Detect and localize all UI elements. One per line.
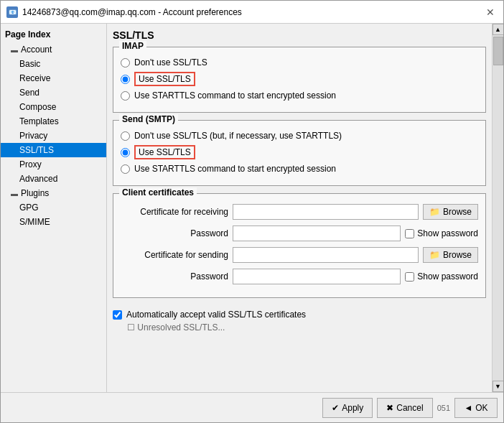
sidebar-item-templates[interactable]: Templates	[1, 114, 106, 129]
imap-use-ssl-radio[interactable]	[121, 75, 130, 84]
imap-group-content: Don't use SSL/TLS Use SSL/TLS Use STARTT…	[113, 47, 485, 112]
imap-group-title: IMAP	[119, 41, 146, 51]
sidebar-header: Page Index	[1, 27, 106, 42]
cert-receiving-row: Certificate for receiving 📁 Browse	[121, 204, 478, 220]
client-certs-title: Client certificates	[119, 187, 197, 197]
imap-starttls-radio[interactable]	[121, 91, 130, 101]
cert-sending-password-row: Password Show password	[121, 269, 478, 284]
smtp-group-title: Send (SMTP)	[119, 114, 178, 124]
sidebar-section-account[interactable]: ▬ Account	[1, 42, 106, 57]
ok-icon: ◄	[464, 403, 472, 413]
cert-receiving-label: Certificate for receiving	[121, 207, 228, 217]
sidebar-section-plugins[interactable]: ▬ Plugins	[1, 186, 106, 200]
sidebar-item-receive[interactable]: Receive	[1, 71, 106, 85]
imap-no-ssl-radio[interactable]	[121, 58, 130, 68]
title-bar: 📧 14246873@qq.com@imap.qq.com - Account …	[1, 1, 503, 24]
folder-icon-2: 📁	[429, 250, 440, 260]
main-window: 📧 14246873@qq.com@imap.qq.com - Account …	[0, 0, 504, 423]
scroll-thumb[interactable]	[493, 37, 503, 65]
imap-use-ssl-option: Use SSL/TLS	[121, 72, 478, 86]
imap-no-ssl-label: Don't use SSL/TLS	[134, 57, 207, 68]
scrollbar: ▲ ▼	[492, 24, 503, 392]
content-with-scroll: SSL/TLS IMAP Don't use SSL/TLS Use SSL/T…	[107, 24, 503, 392]
cancel-icon: ✖	[386, 403, 393, 413]
close-button[interactable]: ✕	[483, 5, 498, 19]
cert-sending-label: Certificate for sending	[121, 250, 228, 260]
cert-receiving-input[interactable]	[233, 204, 419, 220]
sidebar-item-advanced[interactable]: Advanced	[1, 172, 106, 186]
auto-accept-row: Automatically accept valid SSL/TLS certi…	[113, 305, 486, 321]
smtp-starttls-radio[interactable]	[121, 164, 130, 174]
sidebar-item-proxy[interactable]: Proxy	[1, 157, 106, 172]
smtp-no-ssl-label: Don't use SSL/TLS (but, if necessary, us…	[134, 131, 342, 141]
auto-accept-label: Automatically accept valid SSL/TLS certi…	[126, 310, 306, 320]
apply-button[interactable]: ✔ Apply	[322, 398, 373, 418]
smtp-group: Send (SMTP) Don't use SSL/TLS (but, if n…	[113, 120, 486, 186]
scroll-down-btn[interactable]: ▼	[493, 381, 504, 392]
show-password-2-label: Show password	[417, 271, 478, 282]
smtp-no-ssl-option: Don't use SSL/TLS (but, if necessary, us…	[121, 131, 478, 141]
cert-sending-password-input[interactable]	[233, 269, 401, 284]
cert-sending-browse-btn[interactable]: 📁 Browse	[423, 247, 478, 263]
apply-icon: ✔	[332, 403, 339, 413]
sidebar-section-plugins-label: Plugins	[21, 188, 49, 198]
browse-label-1: Browse	[443, 207, 472, 217]
imap-starttls-option: Use STARTTLS command to start encrypted …	[121, 90, 478, 101]
cert-receiving-password-label: Password	[121, 228, 228, 238]
smtp-use-ssl-label: Use SSL/TLS	[134, 145, 195, 159]
browse-label-2: Browse	[443, 250, 472, 260]
cancel-button[interactable]: ✖ Cancel	[377, 398, 432, 418]
imap-group: IMAP Don't use SSL/TLS Use SSL/TLS Us	[113, 47, 486, 113]
cert-receiving-password-row: Password Show password	[121, 226, 478, 241]
sidebar-item-gpg[interactable]: GPG	[1, 200, 106, 215]
app-icon: 📧	[6, 6, 18, 18]
client-certs-group: Client certificates Certificate for rece…	[113, 193, 486, 298]
smtp-starttls-label: Use STARTTLS command to start encrypted …	[134, 164, 336, 174]
cert-sending-row: Certificate for sending 📁 Browse	[121, 247, 478, 263]
folder-icon: 📁	[429, 207, 440, 217]
scroll-up-btn[interactable]: ▲	[493, 24, 504, 35]
expand-icon-plugins: ▬	[11, 190, 18, 197]
more-options-hint: ☐ Unresolved SSL/TLS...	[113, 321, 486, 333]
cert-sending-password-label: Password	[121, 271, 228, 282]
show-password-1-label: Show password	[417, 228, 478, 238]
cert-receiving-password-input[interactable]	[233, 226, 401, 241]
main-content: Page Index ▬ Account Basic Receive Send …	[1, 24, 503, 392]
ok-label: OK	[475, 403, 487, 413]
sidebar-item-compose[interactable]: Compose	[1, 100, 106, 114]
sidebar: Page Index ▬ Account Basic Receive Send …	[1, 24, 107, 392]
auto-accept-checkbox[interactable]	[113, 310, 122, 320]
content-area: SSL/TLS IMAP Don't use SSL/TLS Use SSL/T…	[107, 24, 492, 392]
cancel-label: Cancel	[396, 403, 423, 413]
apply-label: Apply	[342, 403, 363, 413]
content-title: SSL/TLS	[113, 29, 486, 41]
footer-number: 051	[437, 404, 450, 412]
cert-sending-input[interactable]	[233, 247, 419, 263]
sidebar-item-basic[interactable]: Basic	[1, 57, 106, 71]
show-password-1-container: Show password	[405, 228, 478, 238]
imap-no-ssl-option: Don't use SSL/TLS	[121, 57, 478, 68]
show-password-2-container: Show password	[405, 271, 478, 282]
ok-button[interactable]: ◄ OK	[454, 398, 498, 418]
show-password-2-checkbox[interactable]	[405, 272, 414, 282]
imap-use-ssl-label: Use SSL/TLS	[134, 72, 195, 86]
smtp-use-ssl-option: Use SSL/TLS	[121, 145, 478, 159]
sidebar-item-privacy[interactable]: Privacy	[1, 129, 106, 143]
sidebar-item-send[interactable]: Send	[1, 85, 106, 100]
smtp-no-ssl-radio[interactable]	[121, 131, 130, 141]
smtp-group-content: Don't use SSL/TLS (but, if necessary, us…	[113, 121, 485, 185]
sidebar-section-account-label: Account	[21, 45, 52, 55]
title-bar-left: 📧 14246873@qq.com@imap.qq.com - Account …	[6, 6, 242, 18]
window-title: 14246873@qq.com@imap.qq.com - Account pr…	[22, 7, 242, 17]
sidebar-item-smime[interactable]: S/MIME	[1, 215, 106, 229]
cert-receiving-browse-btn[interactable]: 📁 Browse	[423, 204, 478, 220]
sidebar-item-ssl-tls[interactable]: SSL/TLS	[1, 143, 106, 157]
smtp-starttls-option: Use STARTTLS command to start encrypted …	[121, 164, 478, 174]
smtp-use-ssl-radio[interactable]	[121, 148, 130, 157]
client-certs-content: Certificate for receiving 📁 Browse Passw…	[113, 194, 485, 297]
expand-icon-account: ▬	[11, 46, 18, 54]
footer: ✔ Apply ✖ Cancel 051 ◄ OK	[1, 392, 503, 422]
imap-starttls-label: Use STARTTLS command to start encrypted …	[134, 90, 336, 101]
show-password-1-checkbox[interactable]	[405, 229, 414, 238]
